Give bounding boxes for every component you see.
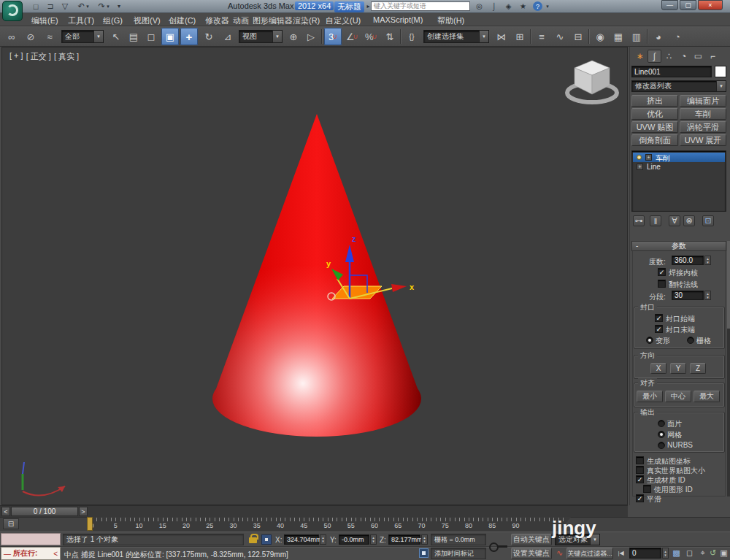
save-file-icon[interactable]: ▽ bbox=[58, 1, 72, 12]
direction-z-button[interactable]: Z bbox=[690, 363, 706, 374]
key-filters-button[interactable]: 关键点过滤器... bbox=[566, 548, 613, 559]
modifier-button-extrude[interactable]: 挤出 bbox=[631, 95, 678, 107]
selection-region-icon[interactable]: ◻ bbox=[142, 28, 160, 45]
align-icon[interactable]: ⊞ bbox=[511, 28, 529, 45]
modifier-button-lathe[interactable]: 车削 bbox=[680, 108, 726, 120]
open-file-icon[interactable]: ⊐ bbox=[44, 1, 57, 12]
output-patch-radio[interactable] bbox=[658, 420, 665, 427]
material-editor-icon[interactable]: ◉ bbox=[591, 28, 609, 45]
undo-dropdown-icon[interactable]: ▾ bbox=[85, 1, 91, 12]
redo-dropdown-icon[interactable]: ▾ bbox=[105, 1, 111, 12]
maximize-button[interactable]: ▢ bbox=[680, 0, 696, 10]
show-end-result-icon[interactable]: ‖ bbox=[650, 215, 661, 226]
go-to-start-icon[interactable]: |◀ bbox=[615, 548, 627, 559]
flip-normals-checkbox[interactable]: ✓ bbox=[658, 280, 666, 288]
search-input[interactable]: 键入关键字或短语 bbox=[371, 1, 470, 11]
degrees-spinner[interactable]: ▴▾ bbox=[704, 256, 711, 265]
maxscript-listener-field[interactable]: — 所在行: < bbox=[1, 547, 61, 560]
generate-mapping-coords-checkbox[interactable]: ✓ bbox=[636, 456, 644, 464]
object-name-field[interactable]: Line001 bbox=[631, 66, 712, 77]
render-production-icon[interactable]: ◕ bbox=[650, 28, 667, 45]
selection-filter-dropdown[interactable]: 全部 ▼ bbox=[61, 30, 104, 43]
output-nurbs-radio[interactable] bbox=[658, 442, 665, 449]
menu-animation[interactable]: 动画 bbox=[231, 15, 251, 27]
modifier-button-optimize[interactable]: 优化 bbox=[631, 108, 678, 120]
menu-modifiers[interactable]: 修改器 bbox=[203, 15, 231, 27]
smooth-checkbox[interactable]: ✓ bbox=[636, 494, 644, 502]
select-and-move-icon[interactable]: + bbox=[180, 28, 198, 45]
new-file-icon[interactable]: □ bbox=[29, 1, 42, 12]
menu-group[interactable]: 组(G) bbox=[101, 15, 125, 27]
panel-scrollbar[interactable] bbox=[727, 241, 730, 496]
time-slider-track[interactable]: < 0 / 100 > bbox=[0, 505, 628, 517]
named-selection-sets-dropdown[interactable]: 创建选择集 ▼ bbox=[423, 30, 489, 43]
viewport-pov-menu[interactable]: [ 正交 ] bbox=[26, 51, 51, 62]
lightbulb-icon[interactable] bbox=[637, 155, 642, 160]
modifier-button-uvw-map[interactable]: UVW 贴图 bbox=[631, 121, 678, 133]
modifier-button-turbosmooth[interactable]: 涡轮平滑 bbox=[680, 121, 726, 133]
morph-radio[interactable] bbox=[646, 337, 653, 344]
schematic-view-icon[interactable]: ⊟ bbox=[569, 28, 587, 45]
curve-editor-icon[interactable]: ∿ bbox=[551, 28, 569, 45]
zoom-region-icon[interactable]: ◻ bbox=[683, 548, 696, 559]
absolute-offset-toggle-icon[interactable] bbox=[261, 534, 272, 545]
segments-field[interactable]: 30 bbox=[672, 291, 704, 300]
set-key-icon[interactable] bbox=[489, 542, 508, 551]
y-coordinate-field[interactable]: -0.0mm bbox=[339, 534, 369, 545]
menu-views[interactable]: 视图(V) bbox=[131, 15, 163, 27]
bind-to-space-warp-icon[interactable]: ≈ bbox=[41, 28, 58, 45]
remove-modifier-icon[interactable]: ⊗ bbox=[683, 215, 695, 226]
modifier-button-uvw-unwrap[interactable]: UVW 展开 bbox=[680, 134, 726, 146]
snap-toggle-icon[interactable]: 3∪ bbox=[324, 28, 342, 45]
edit-named-selection-sets-icon[interactable]: {} bbox=[403, 28, 420, 45]
expand-icon[interactable]: + bbox=[637, 164, 643, 170]
exchange-icon[interactable]: ◈ bbox=[502, 1, 515, 12]
grid-radio[interactable] bbox=[687, 337, 694, 344]
pin-stack-icon[interactable]: ⊶ bbox=[633, 215, 645, 226]
output-mesh-radio[interactable] bbox=[658, 431, 665, 438]
tab-create[interactable]: ∗ bbox=[633, 50, 647, 63]
z-coordinate-spinner[interactable]: ▴▾ bbox=[421, 534, 428, 545]
cap-start-checkbox[interactable]: ✓ bbox=[655, 314, 663, 322]
current-frame-field[interactable]: 0 bbox=[629, 548, 661, 559]
y-coordinate-spinner[interactable]: ▴▾ bbox=[370, 534, 377, 545]
z-coordinate-field[interactable]: 82.177mm bbox=[388, 534, 420, 545]
track-bar-playhead[interactable] bbox=[87, 517, 93, 531]
viewport-shading-menu[interactable]: [ 真实 ] bbox=[54, 51, 79, 62]
align-center-button[interactable]: 中心 bbox=[665, 391, 691, 402]
menu-graph-editors[interactable]: 图形编辑器 bbox=[250, 15, 295, 27]
degrees-field[interactable]: 360.0 bbox=[672, 256, 704, 265]
select-and-link-icon[interactable]: ∞ bbox=[3, 28, 20, 45]
close-button[interactable]: × bbox=[698, 0, 723, 10]
menu-rendering[interactable]: 渲染(R) bbox=[291, 15, 322, 27]
minimize-button[interactable]: — bbox=[661, 0, 678, 10]
percent-snap-icon[interactable]: %∪ bbox=[362, 28, 380, 45]
x-coordinate-field[interactable]: 324.704mm bbox=[284, 534, 319, 545]
direction-y-button[interactable]: Y bbox=[670, 363, 686, 374]
help-icon[interactable]: ? bbox=[533, 1, 542, 11]
align-max-button[interactable]: 最大 bbox=[694, 391, 720, 402]
generate-material-ids-checkbox[interactable]: ✓ bbox=[636, 475, 644, 483]
help-dropdown-icon[interactable]: ▾ bbox=[545, 1, 550, 12]
real-world-map-size-checkbox[interactable]: ✓ bbox=[636, 466, 644, 474]
next-frame-button[interactable]: > bbox=[79, 507, 88, 516]
app-logo[interactable] bbox=[2, 1, 23, 21]
maximize-viewport-toggle-icon[interactable]: ▣ bbox=[718, 548, 730, 559]
select-and-scale-icon[interactable]: ⊿ bbox=[219, 28, 237, 45]
key-mode-toggle-icon[interactable]: ▩ bbox=[670, 548, 683, 559]
track-bar-ruler[interactable]: 051015202530354045505560657075808590 bbox=[89, 517, 571, 532]
select-object-icon[interactable]: ↖ bbox=[107, 28, 125, 45]
macro-recorder-field[interactable] bbox=[1, 533, 61, 545]
object-color-swatch[interactable] bbox=[715, 66, 726, 77]
rendered-frame-window-icon[interactable]: ▥ bbox=[628, 28, 645, 45]
search-icon[interactable]: ◎ bbox=[473, 1, 485, 12]
time-slider-handle[interactable]: 0 / 100 bbox=[11, 507, 78, 516]
tab-motion[interactable]: ◔ bbox=[677, 50, 691, 63]
render-iterative-icon[interactable]: ◔ bbox=[669, 28, 686, 45]
unlink-selection-icon[interactable]: ⊘ bbox=[22, 28, 39, 45]
workspace-dropdown-icon[interactable]: ▾ bbox=[115, 1, 123, 12]
stack-item-lathe[interactable]: + 车削 bbox=[633, 153, 725, 162]
key-wave-icon[interactable]: ∿ bbox=[553, 548, 566, 559]
favorites-icon[interactable]: ★ bbox=[517, 1, 529, 12]
modifier-button-edit-patch[interactable]: 编辑面片 bbox=[680, 95, 726, 107]
